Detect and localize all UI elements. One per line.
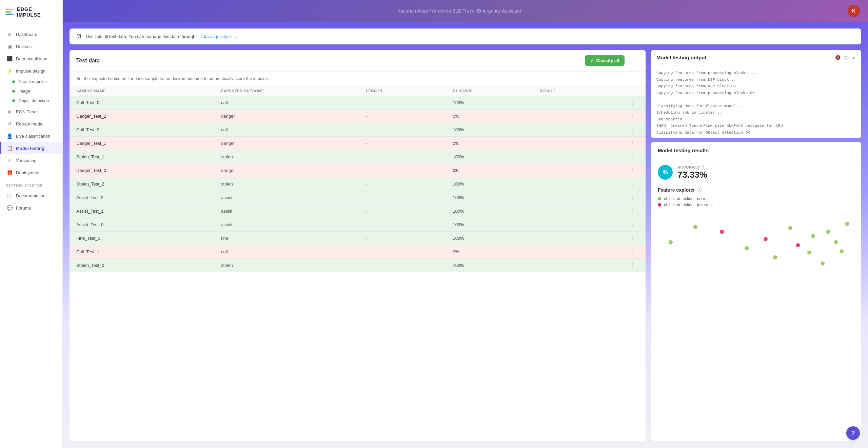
- table-row: Stolen_Test_2 stolen - 100% ⋮: [70, 177, 646, 191]
- scatter-point-correct: [773, 255, 777, 259]
- test-data-header: Test data ✓ Classify all ⋮: [70, 50, 646, 72]
- table-header: SAMPLE NAME EXPECTED OUTCOME LENGTH F1 S…: [70, 86, 646, 96]
- sidebar-subitem-label: Image: [18, 89, 30, 94]
- banner-suffix: .: [235, 34, 236, 39]
- row-length: -: [366, 168, 453, 173]
- row-menu-button[interactable]: ⋮: [627, 221, 639, 228]
- sidebar-item-label: Documentation: [16, 193, 45, 198]
- accuracy-value: 73.33%: [677, 170, 707, 180]
- row-length: -: [366, 154, 453, 159]
- table-row: Call_Test_0 call - 100% ⋮: [70, 96, 646, 110]
- row-outcome: danger: [221, 114, 366, 119]
- sidebar-item-live-classification[interactable]: 👤 Live classification: [0, 130, 62, 142]
- logo-icon: [5, 9, 14, 15]
- sidebar-subitem-object-detection[interactable]: Object detection: [0, 96, 62, 105]
- table-row: Call_Test_1 call - 0% ⋮: [70, 245, 646, 259]
- log-line: Copying features from DSP block OK: [656, 83, 856, 90]
- accuracy-icon: %: [663, 169, 668, 176]
- sidebar-item-versioning[interactable]: ⑂ Versioning: [0, 154, 62, 167]
- row-length: -: [366, 114, 453, 119]
- row-menu-button[interactable]: ⋮: [627, 126, 639, 133]
- banner-text: This lists all test data. You can manage…: [85, 34, 195, 39]
- help-button[interactable]: ?: [846, 426, 860, 440]
- col-result: RESULT: [540, 89, 627, 93]
- scatter-point-incorrect: [796, 243, 800, 247]
- row-menu-button[interactable]: ⋮: [627, 262, 639, 269]
- sidebar-subitem-image[interactable]: Image: [0, 86, 62, 96]
- row-length: -: [366, 263, 453, 268]
- accuracy-help-icon[interactable]: ⓘ: [702, 164, 706, 170]
- legend-incorrect: object_detection - incorrect: [658, 202, 854, 207]
- scatter-point-incorrect: [720, 230, 724, 234]
- classify-all-button[interactable]: ✓ Classify all: [585, 55, 625, 66]
- eon-tuner-icon: ◈: [6, 109, 13, 115]
- row-f1: 100%: [453, 263, 539, 268]
- sidebar-item-data-acquisition[interactable]: ⬛ Data acquisition: [0, 53, 62, 65]
- sidebar-item-eon-tuner[interactable]: ◈ EON Tuner: [0, 105, 62, 118]
- row-menu-button[interactable]: ⋮: [627, 167, 639, 174]
- row-menu-button[interactable]: ⋮: [627, 99, 639, 106]
- output-log: Copying features from processing blocks.…: [651, 65, 861, 138]
- sidebar-item-label: EON Tuner: [16, 109, 38, 114]
- sidebar-item-label: Versioning: [16, 158, 37, 163]
- row-menu-button[interactable]: ⋮: [627, 140, 639, 147]
- row-sample-name: Stolen_Test_1: [76, 154, 221, 159]
- table-row: Assist_Test_2 assist - 100% ⋮: [70, 191, 646, 204]
- more-options-button[interactable]: ⋮: [627, 56, 639, 66]
- incorrect-dot-icon: [658, 203, 661, 207]
- sidebar-item-deployment[interactable]: 🎁 Deployment: [0, 167, 62, 179]
- sidebar-subitem-label: Create impulse: [18, 79, 47, 84]
- sidebar-subitem-create-impulse[interactable]: Create impulse: [0, 77, 62, 86]
- scatter-point-correct: [821, 261, 825, 266]
- row-menu-button[interactable]: ⋮: [627, 208, 639, 214]
- row-menu-button[interactable]: ⋮: [627, 154, 639, 160]
- test-data-title: Test data: [76, 58, 100, 64]
- sidebar-item-impulse-design[interactable]: ⚡ Impulse design: [0, 65, 62, 77]
- classify-btn-label: Classify all: [596, 58, 619, 63]
- classify-check-icon: ✓: [590, 58, 594, 63]
- topbar-separator: /: [430, 8, 432, 14]
- row-menu-button[interactable]: ⋮: [627, 194, 639, 201]
- scatter-point-correct: [669, 240, 673, 244]
- row-sample-name: Danger_Test_2: [76, 114, 221, 119]
- log-line: Copying features from processing blocks …: [656, 90, 856, 96]
- content-area: ☑ This lists all test data. You can mana…: [63, 22, 868, 448]
- scatter-point-correct: [845, 222, 849, 226]
- scatter-point-correct: [826, 230, 830, 234]
- legend-incorrect-label: object_detection - incorrect: [664, 202, 713, 207]
- sidebar-item-label: Impulse design: [16, 69, 45, 74]
- log-line: Job started: [656, 116, 856, 123]
- sidebar-item-model-testing[interactable]: 📋 Model testing: [0, 142, 62, 154]
- results-header: Model testing results: [651, 142, 861, 159]
- table-row: Danger_Test_0 danger - 0% ⋮: [70, 164, 646, 177]
- user-avatar[interactable]: K: [848, 5, 860, 17]
- sidebar-item-dashboard[interactable]: ⊞ Dashboard: [0, 28, 62, 40]
- feature-explorer-help-icon[interactable]: ⓘ: [697, 187, 702, 193]
- legend-correct-label: object_detection - correct: [664, 196, 710, 201]
- data-acquisition-link[interactable]: Data acquisition: [199, 34, 231, 39]
- row-outcome: fine: [221, 236, 366, 241]
- sub-dot-icon: [12, 90, 15, 93]
- model-output-panel: Model testing output 🔕 (0) ▲ Copying fea…: [651, 50, 861, 138]
- col-f1-score: F1 SCORE: [453, 89, 539, 93]
- test-data-description: Set the 'expected outcome' for each samp…: [70, 72, 646, 86]
- topbar-project-info: Kutluhan Aktar / AI-driven BLE Travel Em…: [397, 8, 521, 14]
- row-outcome: stolen: [221, 181, 366, 187]
- check-icon: ☑: [76, 33, 81, 40]
- sidebar-item-retrain-model[interactable]: ↺ Retrain model: [0, 118, 62, 130]
- row-f1: 100%: [453, 209, 539, 214]
- row-outcome: stolen: [221, 154, 366, 159]
- model-testing-icon: 📋: [6, 145, 13, 151]
- sidebar-item-forums[interactable]: 💬 Forums: [0, 202, 62, 214]
- row-menu-button[interactable]: ⋮: [627, 249, 639, 255]
- row-outcome: danger: [221, 141, 366, 146]
- row-menu-button[interactable]: ⋮: [627, 235, 639, 241]
- row-length: -: [366, 181, 453, 187]
- table-row: Fine_Test_0 fine - 100% ⋮: [70, 232, 646, 245]
- row-menu-button[interactable]: ⋮: [627, 181, 639, 187]
- sidebar-item-documentation[interactable]: 📄 Documentation: [0, 190, 62, 202]
- row-menu-button[interactable]: ⋮: [627, 113, 639, 119]
- collapse-icon[interactable]: ▲: [851, 55, 856, 60]
- row-f1: 100%: [453, 100, 539, 105]
- sidebar-item-devices[interactable]: ▣ Devices: [0, 40, 62, 53]
